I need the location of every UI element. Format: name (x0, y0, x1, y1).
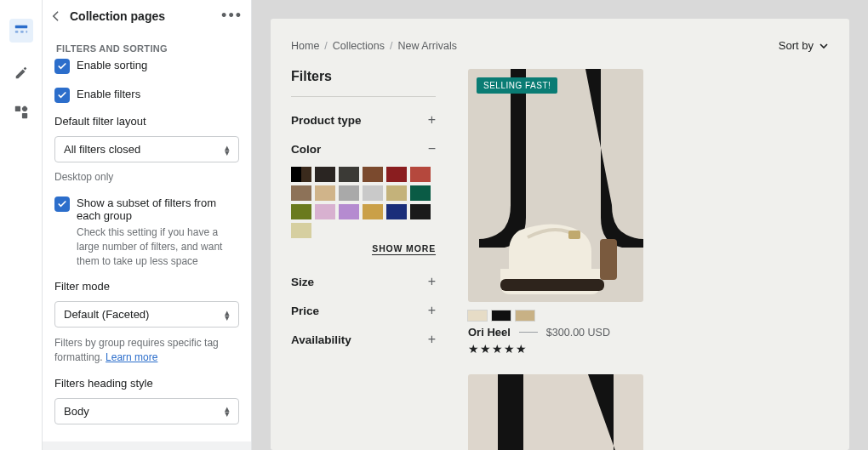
minus-icon: − (428, 141, 436, 157)
color-swatch[interactable] (363, 204, 383, 219)
label-filters-heading-style: Filters heading style (54, 377, 239, 390)
subset-checkbox[interactable] (54, 197, 70, 212)
svg-rect-0 (14, 26, 26, 29)
svg-rect-1 (14, 31, 18, 33)
svg-rect-4 (14, 106, 20, 111)
color-swatch[interactable] (315, 167, 335, 182)
filter-group-size[interactable]: Size+ (291, 267, 436, 296)
color-swatch[interactable] (291, 167, 311, 182)
enable-filters-checkbox[interactable] (54, 88, 70, 103)
svg-rect-7 (21, 107, 26, 111)
option-swatch[interactable] (492, 310, 511, 321)
plus-icon: + (428, 274, 436, 289)
color-swatch[interactable] (363, 167, 383, 182)
product-image: SELLING FAST! (468, 69, 643, 302)
settings-sidebar: Collection pages ••• FILTERS AND SORTING… (43, 0, 252, 450)
color-swatch[interactable] (291, 223, 311, 238)
color-swatch[interactable] (386, 204, 407, 219)
product-card[interactable]: Billie Boots $400.00 USD ★★★★★ (468, 374, 643, 450)
sort-by-dropdown[interactable]: Sort by (779, 39, 829, 52)
filter-group-availability[interactable]: Availability+ (291, 325, 436, 354)
sort-by-label: Sort by (779, 39, 814, 52)
chevron-updown-icon: ▴▾ (225, 406, 230, 416)
chevron-updown-icon: ▴▾ (225, 310, 230, 320)
enable-sorting-checkbox[interactable] (54, 59, 70, 74)
plus-icon: + (428, 332, 436, 347)
enable-sorting-label: Enable sorting (77, 59, 147, 71)
filter-group-color[interactable]: Color− (291, 134, 436, 163)
filters-heading: Filters (291, 69, 436, 84)
check-icon (57, 90, 67, 100)
color-swatch[interactable] (363, 185, 383, 201)
rail-theme-icon[interactable] (13, 65, 30, 82)
divider (519, 332, 538, 333)
learn-more-link[interactable]: Learn more (106, 351, 157, 363)
select-value: Body (64, 405, 89, 418)
enable-filters-label: Enable filters (77, 88, 140, 100)
breadcrumb: Home / Collections / New Arrivals (291, 40, 457, 52)
svg-rect-10 (600, 239, 617, 280)
product-card[interactable]: SELLING FAST! (468, 69, 643, 356)
more-options-icon[interactable]: ••• (221, 7, 243, 25)
breadcrumb-item[interactable]: New Arrivals (397, 40, 456, 52)
color-swatch[interactable] (315, 185, 335, 201)
option-swatch[interactable] (468, 310, 487, 321)
color-swatch[interactable] (386, 167, 407, 182)
select-filters-heading-style[interactable]: Body ▴▾ (54, 398, 239, 424)
chevron-down-icon (819, 41, 829, 51)
color-swatch-grid (291, 167, 436, 238)
svg-rect-2 (20, 31, 24, 33)
plus-icon: + (428, 112, 436, 128)
plus-icon: + (428, 303, 436, 318)
check-icon (57, 61, 67, 71)
color-swatch[interactable] (339, 185, 359, 201)
select-default-filter-layout[interactable]: All filters closed ▴▾ (54, 136, 239, 162)
breadcrumb-sep: / (390, 40, 392, 52)
option-swatches (468, 310, 643, 321)
product-price: $300.00 USD (546, 327, 610, 339)
filter-group-product-type[interactable]: Product type+ (291, 105, 436, 134)
color-swatch[interactable] (291, 204, 311, 219)
editor-rail (0, 0, 43, 450)
product-badge: SELLING FAST! (477, 77, 557, 94)
product-name: Ori Heel (468, 326, 511, 339)
color-swatch[interactable] (410, 185, 431, 201)
subset-label: Show a subset of filters from each group (77, 197, 239, 222)
color-swatch[interactable] (410, 204, 431, 219)
color-swatch[interactable] (339, 167, 359, 182)
product-image (468, 374, 643, 450)
chevron-updown-icon: ▴▾ (225, 145, 230, 155)
color-swatch[interactable] (386, 185, 407, 201)
breadcrumb-item[interactable]: Home (291, 40, 319, 52)
svg-rect-5 (21, 113, 26, 118)
color-swatch[interactable] (339, 204, 359, 219)
option-swatch[interactable] (516, 310, 534, 321)
section-heading-filters-sorting: FILTERS AND SORTING (43, 31, 251, 59)
filters-column: Filters Product type+ Color− SHOW MORE S… (291, 69, 436, 450)
rail-sections-icon[interactable] (9, 19, 33, 43)
subset-help: Check this setting if you have a large n… (77, 225, 239, 268)
rating-stars: ★★★★★ (468, 342, 643, 356)
rail-apps-icon[interactable] (13, 104, 30, 121)
breadcrumb-item[interactable]: Collections (333, 40, 385, 52)
select-filter-mode[interactable]: Default (Faceted) ▴▾ (54, 301, 239, 328)
svg-rect-9 (500, 279, 604, 291)
note-desktop-only: Desktop only (54, 171, 239, 183)
select-value: Default (Faceted) (64, 308, 149, 321)
check-icon (57, 199, 67, 209)
color-swatch[interactable] (315, 204, 335, 219)
filter-group-price[interactable]: Price+ (291, 296, 436, 325)
sidebar-header: Collection pages ••• (43, 0, 251, 31)
sidebar-title: Collection pages (70, 9, 165, 23)
back-button[interactable] (48, 8, 65, 25)
preview-pane: Home / Collections / New Arrivals Sort b… (252, 0, 868, 450)
show-more-button[interactable]: SHOW MORE (372, 243, 436, 255)
color-swatch[interactable] (410, 167, 431, 182)
label-default-filter-layout: Default filter layout (54, 115, 239, 128)
svg-rect-12 (468, 374, 643, 450)
svg-rect-11 (568, 231, 580, 239)
color-swatch[interactable] (291, 185, 311, 201)
section-heading-colors: COLORS (43, 441, 251, 450)
filter-mode-help: Filters by group requires specific tag f… (54, 336, 239, 365)
product-grid: SELLING FAST! (468, 69, 829, 450)
